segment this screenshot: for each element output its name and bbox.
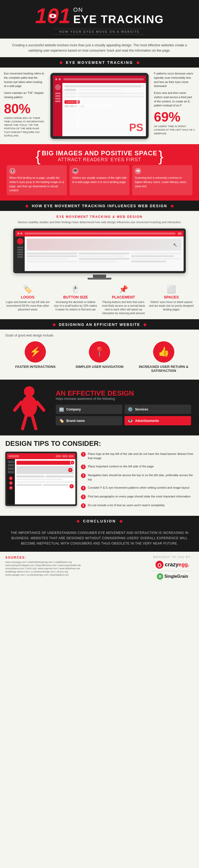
spaces-title: SPACES bbox=[149, 295, 194, 299]
website-mockup: 1 2 4 3 5 bbox=[5, 452, 77, 506]
monitor-hero-image: ↖ bbox=[27, 239, 182, 251]
tip-2-text: Place important content on the left side… bbox=[88, 464, 154, 469]
header-title: EYE TRACKING bbox=[73, 13, 164, 26]
tip-item-1: 1 Place logo at the top left of the site… bbox=[81, 452, 194, 461]
ads-label: Advertisements bbox=[135, 419, 159, 423]
eye-left-text-2: Users maintain an "F/E" shaped viewing p… bbox=[4, 91, 45, 99]
card2-icon: 🖥️ bbox=[72, 168, 79, 174]
stat-69-number: 69% bbox=[154, 111, 195, 124]
website-bottom-row: 6 bbox=[16, 484, 74, 488]
efficient-section-content: Goals of good web design include: ⚡ FAST… bbox=[0, 330, 199, 380]
eye-left-column: Eye movement tracking refers to the comp… bbox=[4, 71, 45, 137]
logos-icon: 🏷️ bbox=[5, 285, 50, 294]
svg-point-10 bbox=[158, 564, 161, 567]
monitor-content-columns bbox=[27, 253, 182, 264]
card1-text: When first landing on a page, usually th… bbox=[9, 176, 64, 192]
tablet-sidebar bbox=[53, 83, 62, 136]
tip-1-badge: 1 bbox=[81, 452, 86, 457]
placement-icon: 📌 bbox=[101, 285, 146, 294]
tip-item-5: 5 First two paragraphs on every page sho… bbox=[81, 494, 194, 499]
diamond-right-icon: ◆ bbox=[136, 60, 140, 65]
monitor-mockup: ↖ bbox=[13, 228, 186, 273]
spaces-icon: ⬜ bbox=[149, 285, 194, 294]
source-link-4: webdesign-about.com | ux.stackexchange.c… bbox=[5, 570, 146, 573]
company-label: Company bbox=[66, 407, 81, 411]
tablet-ps-text: PS bbox=[129, 122, 143, 133]
efficient-title: DESIGNING AN EFFICIENT WEBSITE bbox=[59, 322, 140, 327]
card3-icon: 📖 bbox=[135, 168, 141, 174]
spaces-desc: Visitors' eyes focus on blank spaces and… bbox=[149, 300, 194, 311]
return-icon: 👍 bbox=[153, 341, 174, 363]
how-diamond-right: ◆ bbox=[171, 204, 174, 208]
header-on-text: ON bbox=[73, 6, 164, 13]
monitor-dot-1 bbox=[17, 232, 19, 235]
logo-divider bbox=[151, 571, 194, 571]
tip-badge-5: 5 bbox=[68, 468, 72, 472]
website-nav-strip: 3 bbox=[16, 461, 74, 465]
placement-title: PLACEMENT bbox=[101, 295, 146, 299]
egg-svg bbox=[157, 562, 162, 567]
svg-line-6 bbox=[37, 402, 44, 410]
brought-by-section: BROUGHT TO YOU BY: crazyegg. Singl bbox=[151, 556, 194, 580]
sources-title: SOURCES: bbox=[5, 556, 146, 559]
brought-by-title: BROUGHT TO YOU BY: bbox=[151, 556, 194, 559]
comments-badge: COMMENTS bbox=[65, 100, 80, 104]
conclusion-diamond-right: ◆ bbox=[119, 519, 123, 523]
header-number: 1 0 1 bbox=[35, 5, 71, 27]
tip-item-2: 2 Place important content on the left si… bbox=[81, 464, 194, 469]
goal-faster-interactions: ⚡ FASTER INTERACTIONS bbox=[5, 341, 66, 373]
eye-left-text-1: Eye movement tracking refers to the comp… bbox=[4, 71, 45, 88]
crazyegg-logo-container: crazyegg. bbox=[151, 561, 194, 569]
website-body: 1 2 4 3 5 bbox=[7, 459, 75, 504]
sources-left: SOURCES: www.crazyegg.com | madmarketing… bbox=[5, 556, 146, 580]
conclusion-title: CONCLUSION bbox=[83, 519, 116, 523]
logos-title: LOGOS bbox=[5, 295, 50, 299]
intro-paragraph: Creating a successful website involves m… bbox=[11, 42, 188, 53]
tips-layout: 1 2 4 3 5 bbox=[5, 452, 194, 512]
effective-subtitle: helps increase awareness of the followin… bbox=[56, 397, 191, 401]
eye-movement-section-header: ◆ EYE MOVEMENT TRACKING ◆ bbox=[0, 57, 199, 68]
company-icon: 🏢 bbox=[59, 407, 64, 412]
goals-grid: ⚡ FASTER INTERACTIONS 📍 SIMPLER USER NAV… bbox=[5, 341, 194, 373]
tip-badge-1: 1 bbox=[9, 476, 13, 480]
diamond-left-icon: ◆ bbox=[59, 60, 63, 65]
monitor-main-content: ↖ bbox=[25, 237, 184, 271]
crazyegg-accent: egg bbox=[178, 562, 188, 567]
stat-69-label: OF USERS' TIME IS SPENT LOOKING AT THE L… bbox=[154, 124, 195, 135]
tip-1-text: Place logo at the top left of the site a… bbox=[88, 452, 194, 461]
goal-increased-return: 👍 INCREASED USER RETURN & SATISFACTION bbox=[133, 341, 194, 373]
website-hero-strip: 5 bbox=[16, 466, 74, 474]
faster-label: FASTER INTERACTIONS bbox=[5, 365, 66, 369]
website-content-row-1 bbox=[16, 475, 74, 477]
button-size-desc: Increasing the absolute or relative size… bbox=[53, 300, 98, 311]
eye-movement-content: Eye movement tracking refers to the comp… bbox=[0, 68, 199, 144]
svg-marker-2 bbox=[76, 126, 79, 128]
tip-6-badge: 6 bbox=[81, 503, 86, 508]
navigation-icon: 📍 bbox=[89, 341, 110, 363]
crazyegg-text: crazyegg. bbox=[165, 562, 189, 568]
svg-point-4 bbox=[21, 396, 37, 417]
card1-icon: 👁️ bbox=[9, 168, 16, 174]
sidebar-item-3 bbox=[8, 467, 14, 470]
tip-3-text: Navigation bars should be across the top… bbox=[88, 473, 194, 482]
ads-icon: 👁️ bbox=[128, 418, 133, 423]
big-images-title: BIG IMAGES AND POSITIVE SPACE bbox=[42, 150, 157, 157]
eye-movement-title: EYE MOVEMENT TRACKING bbox=[66, 60, 133, 65]
tip-badge-2: 2 bbox=[9, 481, 13, 485]
factor-placement: 📌 PLACEMENT Placing buttons and links th… bbox=[101, 285, 146, 315]
person-silhouette-icon bbox=[13, 385, 45, 430]
website-sidebar: 1 2 4 bbox=[7, 459, 15, 504]
effective-title: AN EFFECTIVE DESIGN bbox=[56, 390, 191, 397]
big-images-card-1: 👁️ When first landing on a page, usually… bbox=[7, 165, 67, 195]
factor-spaces: ⬜ SPACES Visitors' eyes focus on blank s… bbox=[149, 285, 194, 315]
eye-right-column: F-patterns occur because users typically… bbox=[154, 71, 195, 135]
tip-badge-6: 6 bbox=[70, 484, 74, 488]
website-main-content: 3 5 bbox=[15, 459, 75, 504]
source-link-2: www.searsjournalsguk.com | blog.efficien… bbox=[5, 564, 146, 567]
factor-button-size: 🖱️ BUTTON SIZE Increasing the absolute o… bbox=[53, 285, 98, 315]
crazyegg-logo-icon bbox=[156, 561, 163, 569]
source-link-1: www.crazyegg.com | madmarketingmag.com |… bbox=[5, 561, 146, 563]
goals-label: Goals of good web design include: bbox=[5, 334, 194, 337]
website-header-bar bbox=[7, 453, 75, 459]
eye-right-text-1: F-patterns occur because users typically… bbox=[154, 71, 195, 88]
